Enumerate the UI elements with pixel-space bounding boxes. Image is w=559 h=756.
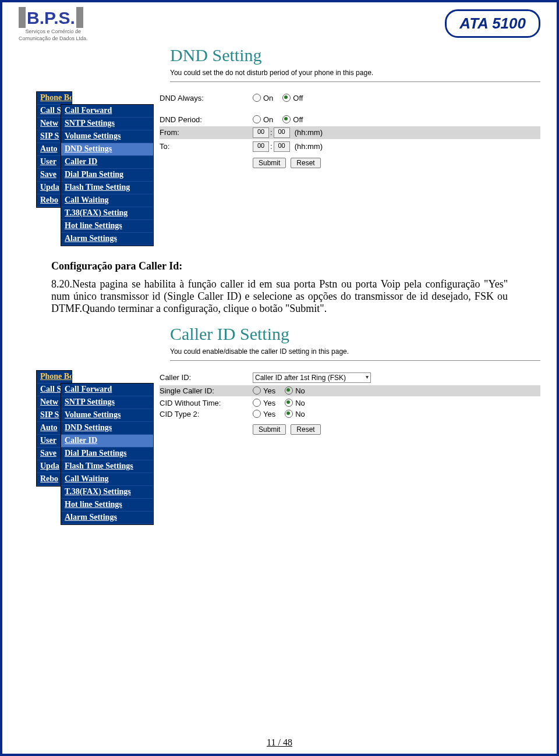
sidebar-back-head[interactable]: Phone Book <box>37 371 72 384</box>
label-cidwotime: CID Without Time: <box>160 399 253 407</box>
sidebar-stack: Phone Book Call S Netw SIP S Auto User S… <box>36 370 148 533</box>
radio-no[interactable] <box>285 410 293 418</box>
sidebar-front: Call Forward SNTP Settings Volume Settin… <box>61 383 154 525</box>
label-callerid: Caller ID: <box>160 373 253 382</box>
from-hint: (hh:mm) <box>295 128 323 137</box>
separator <box>170 360 540 361</box>
row-cid-type2: CID Type 2: Yes No <box>160 410 540 418</box>
radio-on[interactable] <box>253 115 261 123</box>
row-dnd-period: DND Period: On Off <box>160 115 540 124</box>
radio-yes[interactable] <box>253 399 261 407</box>
dnd-title: DND Setting <box>170 45 540 65</box>
sidebar-item-sntp[interactable]: SNTP Settings <box>61 118 153 130</box>
dnd-form: DND Always: On Off DND Period: On Off <box>160 91 540 254</box>
submit-button[interactable]: Submit <box>253 158 286 168</box>
sidebar-item-sntp[interactable]: SNTP Settings <box>61 396 153 409</box>
sidebar-front: Call Forward SNTP Settings Volume Settin… <box>61 104 154 246</box>
label-dnd-always: DND Always: <box>160 94 253 102</box>
callerid-form: Caller ID: Caller ID after 1st Ring (FSK… <box>160 370 540 533</box>
radio-no-label: No <box>295 399 305 407</box>
row-callerid: Caller ID: Caller ID after 1st Ring (FSK… <box>160 372 540 383</box>
page-number: 11 / 48 <box>267 737 292 747</box>
logo-bar-icon <box>76 7 83 28</box>
sidebar-item-dialplan[interactable]: Dial Plan Setting <box>61 169 153 182</box>
radio-off[interactable] <box>282 94 291 102</box>
radio-no[interactable] <box>285 386 293 395</box>
sidebar-item-hotline[interactable]: Hot line Settings <box>61 220 153 233</box>
reset-button[interactable]: Reset <box>291 424 320 435</box>
sidebar-item-callerid[interactable]: Caller ID <box>61 435 153 448</box>
label-from: From: <box>160 128 253 137</box>
brand-text: B.P.S. <box>27 8 75 27</box>
sidebar-item-dnd[interactable]: DND Settings <box>61 422 153 435</box>
sidebar-stack: Phone Book Call S Netw SIP S Auto User S… <box>36 91 148 254</box>
sidebar-item-t38[interactable]: T.38(FAX) Settings <box>61 486 153 499</box>
page-header: B.P.S. Serviços e Comércio de Comunicaçã… <box>19 7 540 42</box>
from-mm-input[interactable]: 00 <box>274 127 290 138</box>
radio-no-label: No <box>295 386 305 395</box>
sidebar-back-head[interactable]: Phone Book <box>37 92 72 105</box>
label-to: To: <box>160 142 253 151</box>
callerid-select[interactable]: Caller ID after 1st Ring (FSK) <box>253 372 371 383</box>
row-single-callerid: Single Caller ID: Yes No <box>160 385 540 396</box>
radio-no[interactable] <box>285 399 293 407</box>
radio-no-label: No <box>295 410 305 418</box>
callerid-desc: You could enable/disable the caller ID s… <box>170 347 540 356</box>
sidebar-item-dnd[interactable]: DND Settings <box>61 143 153 156</box>
row-cid-wo-time: CID Without Time: Yes No <box>160 399 540 407</box>
callerid-screenshot: Phone Book Call S Netw SIP S Auto User S… <box>36 370 540 533</box>
radio-on-label: On <box>263 115 273 124</box>
radio-off-label: Off <box>293 94 303 102</box>
sidebar-item-callwaiting[interactable]: Call Waiting <box>61 194 153 207</box>
radio-yes[interactable] <box>253 410 261 418</box>
brand-sub2: Comunicação de Dados Ltda. <box>19 36 88 42</box>
radio-on[interactable] <box>253 94 261 102</box>
sidebar-item-call-forward[interactable]: Call Forward <box>61 105 153 118</box>
sidebar-item-callwaiting[interactable]: Call Waiting <box>61 473 153 486</box>
page-footer: 11 / 48 <box>2 737 557 748</box>
sidebar-item-volume[interactable]: Volume Settings <box>61 409 153 422</box>
radio-yes[interactable] <box>253 386 261 395</box>
submit-button[interactable]: Submit <box>253 424 286 435</box>
sidebar-item-hotline[interactable]: Hot line Settings <box>61 499 153 512</box>
section-heading-callerid: Configuração para Caller Id: <box>51 260 508 272</box>
radio-off[interactable] <box>282 115 291 123</box>
dnd-desc: You could set the do not disturb period … <box>170 69 540 77</box>
sidebar-item-flashtime[interactable]: Flash Time Settings <box>61 460 153 473</box>
to-mm-input[interactable]: 00 <box>274 141 290 152</box>
para-callerid: 8.20.Nesta pagina se habilita à função c… <box>51 278 508 315</box>
radio-on-label: On <box>263 94 273 102</box>
sidebar-item-alarm[interactable]: Alarm Settings <box>61 233 153 246</box>
label-single: Single Caller ID: <box>160 386 253 395</box>
brand-logo: B.P.S. Serviços e Comércio de Comunicaçã… <box>19 7 88 42</box>
row-from: From: 00 : 00 (hh:mm) <box>160 126 540 139</box>
reset-button[interactable]: Reset <box>291 158 320 168</box>
page: B.P.S. Serviços e Comércio de Comunicaçã… <box>0 0 559 756</box>
logo-bar-icon <box>19 7 26 28</box>
from-hh-input[interactable]: 00 <box>253 127 269 138</box>
to-hh-input[interactable]: 00 <box>253 141 269 152</box>
label-dnd-period: DND Period: <box>160 115 253 124</box>
row-to: To: 00 : 00 (hh:mm) <box>160 141 540 152</box>
sidebar-item-t38[interactable]: T.38(FAX) Setting <box>61 207 153 220</box>
dnd-setting-panel: DND Setting You could set the do not dis… <box>170 45 540 82</box>
label-cidtype2: CID Type 2: <box>160 410 253 418</box>
brand-sub1: Serviços e Comércio de <box>19 29 88 35</box>
model-badge: ATA 5100 <box>445 9 540 38</box>
radio-yes-label: Yes <box>263 386 275 395</box>
radio-yes-label: Yes <box>263 399 275 407</box>
callerid-setting-panel: Caller ID Setting You could enable/disab… <box>170 324 540 361</box>
callerid-title: Caller ID Setting <box>170 324 540 344</box>
sidebar-item-volume[interactable]: Volume Settings <box>61 130 153 143</box>
radio-yes-label: Yes <box>263 410 275 418</box>
dnd-screenshot: Phone Book Call S Netw SIP S Auto User S… <box>36 91 540 254</box>
sidebar-item-callerid[interactable]: Caller ID <box>61 156 153 169</box>
separator <box>170 81 540 82</box>
sidebar-item-dialplan[interactable]: Dial Plan Settings <box>61 448 153 460</box>
row-dnd-always: DND Always: On Off <box>160 94 540 102</box>
brand-name: B.P.S. <box>19 7 88 28</box>
sidebar-item-alarm[interactable]: Alarm Settings <box>61 512 153 524</box>
to-hint: (hh:mm) <box>295 142 323 151</box>
sidebar-item-call-forward[interactable]: Call Forward <box>61 384 153 396</box>
sidebar-item-flashtime[interactable]: Flash Time Setting <box>61 182 153 194</box>
